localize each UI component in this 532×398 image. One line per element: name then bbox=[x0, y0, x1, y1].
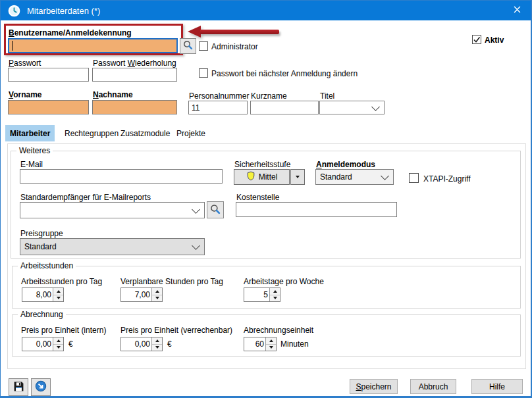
spin-up-button[interactable] bbox=[152, 288, 162, 295]
title-bar[interactable]: Mitarbeiterdaten (*) bbox=[1, 1, 531, 20]
email-input[interactable] bbox=[20, 169, 223, 184]
abbruch-button[interactable]: Abbruch bbox=[410, 379, 456, 394]
save-icon-button[interactable] bbox=[9, 378, 28, 396]
anmeldemodus-select[interactable]: Standard bbox=[315, 169, 394, 185]
username-search-button[interactable] bbox=[180, 38, 196, 54]
spin-up-button[interactable] bbox=[53, 337, 63, 344]
aktiv-checkbox[interactable] bbox=[472, 35, 481, 44]
preis-verrechenbar-label: Preis pro Einheit (verrechenbar) bbox=[120, 326, 232, 335]
stunden-pro-tag-spinner[interactable] bbox=[22, 287, 64, 302]
clock-icon bbox=[7, 4, 20, 17]
passwort-wiederholung-input[interactable] bbox=[92, 68, 177, 82]
checkmark-icon bbox=[473, 36, 481, 45]
passwort-aendern-label: Passwort bei nächster Anmeldung ändern bbox=[211, 69, 358, 78]
nachname-input[interactable] bbox=[92, 100, 177, 114]
emailreports-select[interactable] bbox=[20, 202, 205, 218]
preis-intern-input[interactable] bbox=[22, 337, 53, 351]
text-caret bbox=[12, 41, 13, 51]
chevron-down-icon bbox=[192, 241, 200, 250]
sicherheitsstufe-value: Mittel bbox=[259, 172, 278, 182]
spin-down-button[interactable] bbox=[152, 344, 162, 351]
tab-mitarbeiter[interactable]: Mitarbeiter bbox=[5, 125, 55, 141]
administrator-checkbox[interactable] bbox=[199, 41, 208, 51]
tab-zusatzmodule[interactable]: Zusatzmodule bbox=[116, 125, 174, 141]
preis-verrechenbar-input[interactable] bbox=[121, 337, 151, 351]
speichern-button[interactable]: Speichern bbox=[350, 379, 398, 394]
sicherheitsstufe-button[interactable]: Mittel bbox=[234, 169, 290, 185]
spin-down-button[interactable] bbox=[266, 344, 276, 351]
tab-rechtegruppen[interactable]: Rechtegruppen bbox=[60, 125, 123, 141]
arbeitstage-label: Arbeitstage pro Woche bbox=[244, 277, 324, 286]
spin-up-button[interactable] bbox=[152, 337, 162, 344]
preis-verrechenbar-spinner[interactable] bbox=[120, 337, 163, 351]
red-arrow-shaft bbox=[200, 30, 279, 34]
spin-up-button[interactable] bbox=[266, 337, 276, 344]
hilfe-button[interactable]: Hilfe bbox=[471, 379, 523, 394]
spin-down-button[interactable] bbox=[53, 344, 63, 351]
verplanbare-stunden-input[interactable] bbox=[121, 288, 151, 301]
window-title: Mitarbeiterdaten (*) bbox=[27, 6, 100, 16]
euro-unit-label: € bbox=[167, 339, 172, 349]
weiteres-group-label: Weiteres bbox=[16, 146, 53, 155]
emailreports-search-button[interactable] bbox=[207, 201, 224, 218]
nachname-label: Nachname bbox=[93, 90, 133, 99]
verplanbare-stunden-label: Verplanbare Stunden pro Tag bbox=[120, 277, 223, 286]
abrechnungseinheit-input[interactable] bbox=[244, 337, 265, 351]
assign-icon-button[interactable] bbox=[31, 378, 51, 396]
arbeitsstunden-group-label: Arbeitsstunden bbox=[18, 261, 76, 270]
passwort-input[interactable] bbox=[8, 68, 89, 82]
kostenstelle-label: Kostenstelle bbox=[236, 193, 279, 202]
euro-unit-label: € bbox=[68, 339, 73, 349]
sicherheitsstufe-label: Sicherheitsstufe bbox=[234, 160, 290, 169]
kostenstelle-input[interactable] bbox=[236, 202, 397, 217]
close-button[interactable] bbox=[503, 1, 531, 20]
stunden-pro-tag-label: Arbeitsstunden pro Tag bbox=[21, 277, 102, 286]
spin-down-button[interactable] bbox=[152, 295, 162, 302]
floppy-disk-icon bbox=[13, 381, 24, 394]
vorname-input[interactable] bbox=[8, 100, 89, 114]
arbeitstage-spinner[interactable] bbox=[244, 287, 280, 302]
username-input[interactable] bbox=[8, 38, 178, 53]
kurzname-label: Kurzname bbox=[251, 91, 287, 101]
abrechnungseinheit-label: Abrechnungseinheit bbox=[244, 326, 313, 335]
magnifier-icon bbox=[210, 204, 221, 216]
abrechnungseinheit-spinner[interactable] bbox=[244, 337, 277, 351]
chevron-down-icon bbox=[371, 103, 380, 111]
preisgruppe-label: Preisgruppe bbox=[20, 229, 63, 238]
close-icon bbox=[514, 6, 521, 15]
personalnummer-label: Personalnummer bbox=[189, 91, 249, 101]
kurzname-input[interactable] bbox=[250, 101, 319, 114]
tab-projekte[interactable]: Projekte bbox=[172, 125, 210, 141]
titel-label: Titel bbox=[320, 91, 334, 101]
anmeldemodus-label: Anmeldemodus bbox=[316, 160, 375, 169]
vorname-label: Vorname bbox=[9, 90, 41, 99]
administrator-label: Administrator bbox=[211, 42, 258, 51]
preisgruppe-select[interactable]: Standard bbox=[20, 238, 205, 255]
personalnummer-input[interactable] bbox=[188, 101, 248, 114]
spin-down-button[interactable] bbox=[270, 295, 280, 302]
sicherheitsstufe-dropdown-button[interactable] bbox=[290, 169, 305, 185]
arbeitstage-input[interactable] bbox=[244, 288, 269, 301]
stunden-pro-tag-input[interactable] bbox=[22, 288, 53, 301]
sync-arrow-icon bbox=[35, 380, 47, 394]
passwort-label: Passwort bbox=[9, 59, 41, 68]
spin-up-button[interactable] bbox=[53, 288, 63, 295]
shield-icon bbox=[246, 171, 255, 183]
mitarbeiterdaten-dialog: Mitarbeiterdaten (*) Benutzername/Anmeld… bbox=[0, 0, 532, 398]
preis-intern-label: Preis pro Einheit (intern) bbox=[21, 326, 106, 335]
aktiv-label: Aktiv bbox=[485, 36, 504, 45]
spin-up-button[interactable] bbox=[270, 288, 280, 295]
passwort-aendern-checkbox[interactable] bbox=[199, 68, 208, 78]
minuten-unit-label: Minuten bbox=[280, 339, 309, 349]
verplanbare-stunden-spinner[interactable] bbox=[120, 287, 163, 302]
xtapi-label: XTAPI-Zugriff bbox=[423, 174, 471, 184]
emailreports-label: Standardempfänger für E-Mailreports bbox=[20, 193, 151, 202]
email-label: E-Mail bbox=[20, 160, 43, 169]
spin-down-button[interactable] bbox=[53, 295, 63, 302]
passwort-wiederholung-label: Passwort Wiederholung bbox=[93, 59, 176, 68]
preis-intern-spinner[interactable] bbox=[22, 337, 64, 351]
titel-select[interactable] bbox=[319, 101, 385, 114]
username-label: Benutzername/Anmeldekennung bbox=[9, 28, 132, 37]
chevron-down-icon bbox=[192, 205, 200, 214]
xtapi-checkbox[interactable] bbox=[409, 173, 419, 183]
